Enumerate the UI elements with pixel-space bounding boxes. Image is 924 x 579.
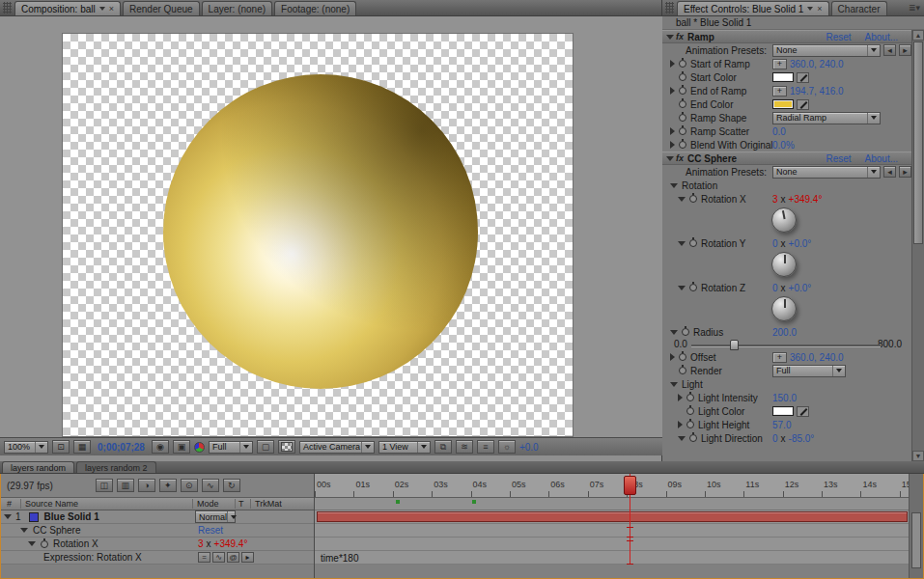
param-value[interactable]: 150.0 [772,393,797,403]
param-label[interactable]: Ramp Shape [690,113,746,124]
panel-grip-icon[interactable] [3,2,12,14]
pixel-aspect-correction-icon[interactable]: ⧉ [434,440,452,454]
presets-dropdown[interactable]: None [772,166,881,179]
eyedropper-icon[interactable] [797,99,809,110]
panel-menu-icon[interactable]: ≣▾ [909,3,920,13]
color-swatch[interactable] [772,72,794,82]
twirl-open-icon[interactable] [670,183,678,188]
param-label[interactable]: Offset [690,352,716,363]
timeline-scrollbar[interactable] [909,474,923,578]
region-of-interest-icon[interactable]: ▢ [257,440,274,454]
magnification-dropdown[interactable]: 100% [4,441,48,454]
tab-timeline-layers-random-2[interactable]: layers random 2 [76,461,156,473]
work-area-band[interactable] [315,498,909,510]
stopwatch-icon[interactable] [689,284,697,291]
stopwatch-icon[interactable] [679,87,686,95]
previous-preset-icon[interactable]: ◂ [883,44,896,56]
twirl-open-icon[interactable] [666,156,674,161]
stopwatch-icon[interactable] [686,421,694,428]
camera-dropdown[interactable]: Active Camera [299,441,375,454]
time-ruler[interactable]: 00s 01s 02s 03s 04s 05s 06s 07s 08s 09s … [315,474,909,498]
about-link[interactable]: About... [865,153,898,164]
param-value[interactable]: 57.0 [772,420,791,430]
twirl-open-icon[interactable] [678,436,686,441]
brainstorm-icon[interactable]: ✦ [159,479,177,492]
stopwatch-icon[interactable] [682,328,689,336]
group-label[interactable]: Light [682,379,703,390]
show-graph-icon[interactable]: ∿ [212,552,225,563]
point-crosshair-icon[interactable]: + [772,86,787,96]
tab-effect-controls[interactable]: Effect Controls: Blue Solid 1 × [677,1,829,15]
frame-blend-icon[interactable]: ▥ [117,479,134,492]
twirl-closed-icon[interactable] [670,60,675,68]
tab-timeline-layers-random[interactable]: layers random [2,461,74,473]
param-label[interactable]: Ramp Scatter [690,126,749,137]
snapshot-icon[interactable]: ◉ [152,440,169,454]
stopwatch-icon[interactable] [689,239,697,247]
panel-grip-icon[interactable] [665,2,674,14]
point-crosshair-icon[interactable]: + [772,352,787,363]
transparency-checkerboard[interactable] [62,33,574,437]
stopwatch-icon[interactable] [41,540,48,548]
effect-name[interactable]: CC Sphere [33,525,80,536]
pick-whip-icon[interactable]: @ [227,552,239,563]
property-row-rotation-x[interactable]: Rotation X 3 x +349.4° [1,538,314,551]
param-label[interactable]: Blend With Original [690,140,773,151]
about-link[interactable]: About... [865,32,898,42]
column-t[interactable]: T [235,499,250,509]
resolution-dropdown[interactable]: Full [209,441,253,454]
param-value[interactable]: 0.0% [772,140,795,151]
stopwatch-icon[interactable] [679,60,686,68]
eyedropper-icon[interactable] [797,406,809,417]
motion-blur-icon[interactable]: ◑ [138,479,155,492]
tab-layer[interactable]: Layer: (none) [202,1,272,15]
layer-name[interactable]: Blue Solid 1 [44,511,99,522]
twirl-closed-icon[interactable] [678,394,683,401]
degrees-value[interactable]: +349.4° [214,538,248,549]
param-label[interactable]: Light Intensity [698,393,758,403]
close-icon[interactable]: × [817,5,822,14]
param-label[interactable]: End of Ramp [690,86,746,96]
stopwatch-icon[interactable] [679,353,686,361]
revolutions-value[interactable]: 0 [772,433,778,444]
twirl-open-icon[interactable] [670,382,678,387]
revolutions-value[interactable]: 3 [772,194,778,205]
param-label[interactable]: Rotation Y [701,238,746,249]
layer-row[interactable]: 1 Blue Solid 1 Normal [1,510,314,524]
point-crosshair-icon[interactable]: + [772,59,787,69]
next-preset-icon[interactable]: ▸ [899,44,911,56]
presets-dropdown[interactable]: None [772,44,881,57]
tab-footage[interactable]: Footage: (none) [274,1,356,15]
stopwatch-icon[interactable] [679,100,686,108]
scrollbar-thumb[interactable] [913,41,923,244]
param-label[interactable]: End Color [690,99,733,110]
current-time-indicator-handle[interactable] [624,476,636,495]
viewer-menu-icon[interactable] [99,7,105,11]
stopwatch-icon[interactable] [679,127,686,135]
tab-composition[interactable]: Composition: ball × [14,1,121,15]
color-swatch[interactable] [772,406,794,416]
twirl-open-icon[interactable] [4,514,12,519]
twirl-closed-icon[interactable] [678,421,683,428]
reset-link[interactable]: Reset [826,153,851,164]
composition-viewer[interactable] [0,16,662,437]
property-name[interactable]: Rotation X [53,538,98,549]
enable-expression-icon[interactable]: = [198,552,210,563]
revolutions-value[interactable]: 3 [198,538,204,549]
slider-track[interactable] [691,345,881,347]
safe-zones-icon[interactable]: ⊡ [52,440,70,454]
param-label[interactable]: Light Height [698,420,749,430]
timeline-button-icon[interactable]: ≡ [477,440,494,454]
effect-row-cc-sphere[interactable]: CC Sphere Reset [1,524,314,538]
live-update-icon[interactable]: ↻ [223,479,240,492]
render-dropdown[interactable]: Full [772,365,846,377]
twirl-open-icon[interactable] [678,197,686,202]
expression-row[interactable]: Expression: Rotation X = ∿ @ ▸ [1,551,314,565]
layer-track-row[interactable] [315,510,909,524]
param-label[interactable]: Radius [693,327,723,338]
panel-dropdown-icon[interactable] [807,7,813,11]
frame-rate-label[interactable]: (29.97 fps) [7,481,53,491]
exposure-value[interactable]: +0.0 [519,442,539,453]
revolutions-value[interactable]: 0 [772,238,778,249]
close-icon[interactable]: × [109,5,114,14]
